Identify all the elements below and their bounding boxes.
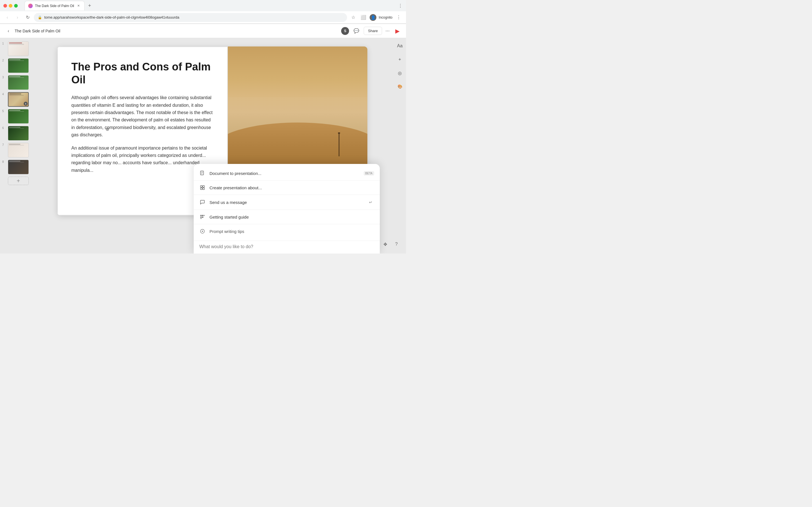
add-slide-button[interactable]: + (8, 177, 29, 185)
slide-user-badge: S (24, 102, 28, 106)
address-bar[interactable]: 🔒 tome.app/sarahsworkspace/the-dark-side… (34, 13, 347, 22)
ai-menu-item-create[interactable]: Create presentation about... (194, 180, 380, 194)
user-initial: S (344, 29, 346, 33)
ai-popup: Document to presentation... BETA Create … (194, 164, 380, 253)
cast-icon[interactable]: ⬜ (359, 13, 367, 21)
share-button[interactable]: Share (364, 27, 382, 35)
extensions-icon[interactable]: ⋮ (395, 13, 403, 21)
slide-panel: 1 2 3 (0, 38, 31, 253)
ai-menu-item-guide[interactable]: Getting started guide (194, 210, 380, 224)
slide-thumb (8, 143, 29, 158)
slide-item[interactable]: 7 (2, 143, 29, 158)
active-tab[interactable]: The Dark Side of Palm Oil ✕ (24, 1, 85, 10)
app-header: ‹ The Dark Side of Palm Oil S 💬 Share ··… (0, 24, 406, 38)
target-tool[interactable]: ◎ (395, 68, 404, 77)
slide-thumb (8, 160, 29, 174)
slide-thumb (8, 75, 29, 90)
tab-favicon (28, 4, 33, 8)
target-tool-icon: ◎ (398, 70, 402, 76)
comments-icon[interactable]: 💬 (352, 27, 360, 35)
url-text: tome.app/sarahsworkspace/the-dark-side-o… (44, 15, 343, 19)
ai-menu-item-tips[interactable]: Prompt writing tips (194, 224, 380, 238)
address-bar-row: ‹ › ↻ 🔒 tome.app/sarahsworkspace/the-dar… (0, 11, 406, 24)
color-tool-icon: 🎨 (398, 84, 402, 89)
pencil-icon (199, 228, 206, 234)
slide-item[interactable]: 1 (2, 41, 29, 56)
ai-menu-item-document[interactable]: Document to presentation... BETA (194, 166, 380, 180)
ai-menu-item-message[interactable]: Send us a message ↵ (194, 195, 380, 210)
svg-rect-12 (202, 217, 203, 218)
minimize-btn[interactable] (9, 4, 12, 8)
ai-menu-label-message: Send us a message (209, 200, 363, 205)
forward-nav-btn[interactable]: › (13, 13, 21, 21)
color-tool[interactable]: 🎨 (395, 82, 404, 91)
app-main: 1 2 3 (0, 38, 406, 253)
slide-number: 2 (2, 58, 6, 62)
expand-button[interactable]: ✥ (381, 240, 389, 248)
slide-number: 5 (2, 109, 6, 113)
svg-rect-4 (200, 186, 202, 187)
header-actions: S 💬 Share ··· ▶ (341, 27, 402, 35)
ai-input[interactable] (199, 244, 374, 249)
ai-menu-label-create: Create presentation about... (209, 185, 374, 190)
svg-rect-11 (200, 217, 202, 218)
slide-number: 7 (2, 143, 6, 147)
slide-item[interactable]: 4 S (2, 92, 29, 107)
incognito-avatar[interactable]: 👤 (370, 14, 376, 21)
ai-menu-label-document: Document to presentation... (209, 171, 360, 176)
slide-item[interactable]: 5 (2, 109, 29, 124)
browser-menu-icon[interactable]: ⋮ (398, 3, 403, 8)
slide-item[interactable]: 2 (2, 58, 29, 73)
slide-body: Although palm oil offers several advanta… (71, 94, 214, 174)
slide-item[interactable]: 8 (2, 160, 29, 174)
svg-rect-13 (200, 218, 202, 219)
browser-chrome: The Dark Side of Palm Oil ✕ + ⋮ ‹ › ↻ 🔒 … (0, 0, 406, 24)
desert-tower (339, 134, 340, 156)
slide-paragraph-1: Although palm oil offers several advanta… (71, 94, 214, 138)
ai-menu-label-guide: Getting started guide (209, 215, 374, 219)
ai-menu-badge-beta: BETA (364, 171, 374, 175)
text-tool-icon: Aa (397, 43, 403, 48)
maximize-btn[interactable] (14, 4, 18, 8)
slide-thumb (8, 126, 29, 140)
user-avatar: S (341, 27, 349, 35)
slide-thumb (8, 109, 29, 124)
slide-thumb: S (8, 92, 29, 107)
incognito-label: Incognito (378, 15, 393, 19)
add-tool-icon: + (398, 57, 401, 62)
ai-menu-label-tips: Prompt writing tips (209, 229, 374, 234)
svg-rect-9 (202, 215, 203, 216)
back-nav-btn[interactable]: ‹ (3, 13, 11, 21)
slide-number: 3 (2, 75, 6, 79)
slide-item[interactable]: 6 (2, 126, 29, 140)
text-tool[interactable]: Aa (395, 41, 404, 50)
window-controls (3, 4, 18, 8)
slide-item[interactable]: 3 (2, 75, 29, 90)
tab-title: The Dark Side of Palm Oil (35, 4, 74, 8)
more-options-icon[interactable]: ··· (386, 28, 390, 34)
help-button[interactable]: ? (393, 240, 400, 248)
bookmark-icon[interactable]: ☆ (349, 13, 357, 21)
svg-point-15 (202, 231, 203, 232)
play-button[interactable]: ▶ (393, 27, 402, 35)
reload-btn[interactable]: ↻ (24, 13, 32, 21)
return-icon: ↵ (367, 199, 374, 206)
tab-close-icon[interactable]: ✕ (77, 4, 81, 8)
slide-thumb (8, 58, 29, 73)
slide-paragraph-2: An additional issue of paramount importa… (71, 145, 214, 174)
document-icon (199, 170, 206, 176)
back-button[interactable]: ‹ (4, 27, 12, 35)
slide-number: 8 (2, 160, 6, 163)
svg-rect-10 (204, 215, 204, 216)
title-bar: The Dark Side of Palm Oil ✕ + ⋮ (0, 0, 406, 11)
close-btn[interactable] (3, 4, 7, 8)
right-sidebar: Aa + ◎ 🎨 (394, 38, 406, 253)
book-icon (199, 214, 206, 220)
new-tab-btn[interactable]: + (86, 2, 94, 10)
slide-number: 1 (2, 41, 6, 45)
ai-input-area (194, 240, 380, 253)
svg-rect-6 (200, 188, 202, 189)
slide-number: 6 (2, 126, 6, 129)
create-icon (199, 184, 206, 191)
add-tool[interactable]: + (395, 55, 404, 64)
